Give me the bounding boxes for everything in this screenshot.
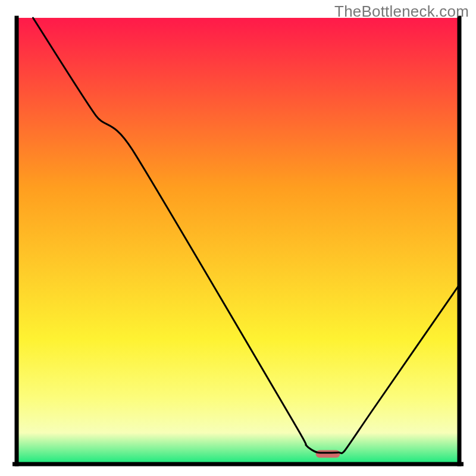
watermark-text: TheBottleneck.com bbox=[334, 2, 469, 21]
optimal-marker bbox=[316, 450, 340, 458]
chart-container: TheBottleneck.com bbox=[0, 0, 476, 476]
gradient-background bbox=[17, 18, 459, 464]
chart-svg bbox=[0, 0, 476, 476]
